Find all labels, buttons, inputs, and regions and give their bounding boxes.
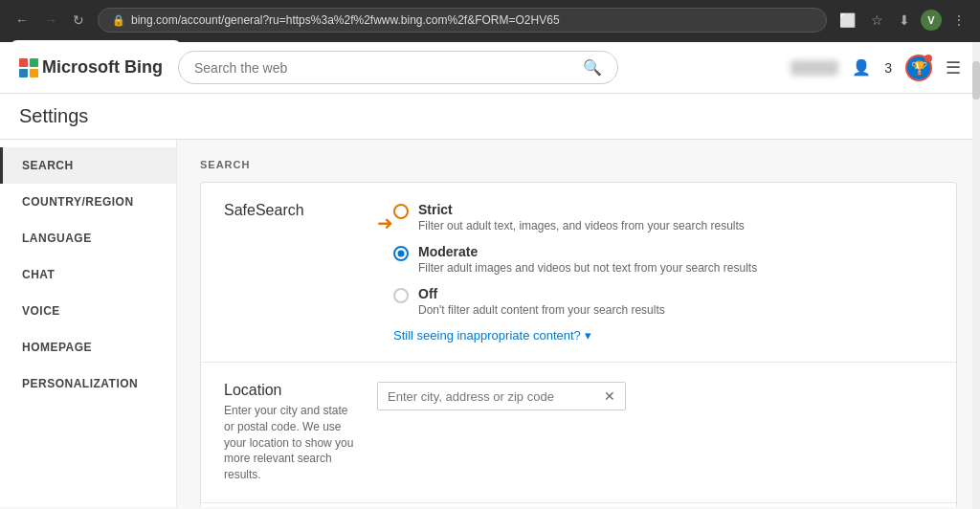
safesearch-strict-desc: Filter out adult text, images, and video… xyxy=(418,219,745,232)
scrollbar-thumb xyxy=(972,61,980,100)
settings-main: SEARCH SafeSearch ➜ xyxy=(177,140,980,507)
header-right: 👤 3 🏆 ☰ xyxy=(791,55,961,81)
browser-menu-button[interactable]: ⋮ xyxy=(947,9,970,32)
safesearch-off-label: Off xyxy=(418,286,665,301)
settings-sidebar: SEARCH COUNTRY/REGION LANGUAGE CHAT VOIC… xyxy=(0,140,177,507)
safesearch-strict-option[interactable]: Strict Filter out adult text, images, an… xyxy=(393,202,757,232)
location-clear-button[interactable]: ✕ xyxy=(604,388,615,404)
safesearch-moderate-radio[interactable] xyxy=(393,246,409,261)
sidebar-item-voice[interactable]: VOICE xyxy=(0,293,176,329)
sidebar-item-personalization[interactable]: PERSONALIZATION xyxy=(0,365,176,402)
page-scrollbar[interactable] xyxy=(972,42,980,509)
safesearch-control: Strict Filter out adult text, images, an… xyxy=(393,202,757,343)
inappropriate-content-link[interactable]: Still seeing inappropriate content? ▾ xyxy=(393,328,757,343)
location-label-col: Location Enter your city and state or po… xyxy=(224,382,358,483)
url-text: bing.com/account/general?ru=https%3a%2f%… xyxy=(131,13,813,27)
sidebar-item-language[interactable]: LANGUAGE xyxy=(0,220,176,256)
browser-avatar[interactable]: V xyxy=(921,10,942,31)
location-input[interactable] xyxy=(388,389,596,404)
safesearch-radio-group: Strict Filter out adult text, images, an… xyxy=(393,202,757,317)
address-bar[interactable]: 🔒 bing.com/account/general?ru=https%3a%2… xyxy=(98,8,827,33)
search-box[interactable]: 🔍 xyxy=(178,51,618,84)
search-icon[interactable]: 🔍 xyxy=(583,58,602,77)
inappropriate-content-link-row: Still seeing inappropriate content? ▾ xyxy=(393,328,757,343)
safesearch-label: SafeSearch xyxy=(224,202,304,218)
settings-title: Settings xyxy=(19,105,88,126)
bing-logo-text: Microsoft Bing xyxy=(42,57,163,77)
location-desc: Enter your city and state or postal code… xyxy=(224,403,358,483)
safesearch-off-desc: Don't filter adult content from your sea… xyxy=(418,303,665,317)
search-suggestions-row: Search suggestions See search suggestion… xyxy=(201,503,956,507)
chevron-down-icon: ▾ xyxy=(585,328,591,343)
download-button[interactable]: ⬇ xyxy=(894,9,915,32)
safesearch-moderate-option[interactable]: Moderate Filter adult images and videos … xyxy=(393,244,757,275)
location-control: ✕ xyxy=(377,382,933,410)
search-input[interactable] xyxy=(194,60,575,76)
user-name-blurred xyxy=(791,60,838,76)
hamburger-menu-button[interactable]: ☰ xyxy=(946,57,961,78)
refresh-button[interactable]: ↻ xyxy=(67,9,90,32)
safesearch-strict-radio[interactable] xyxy=(393,204,409,219)
safesearch-moderate-label: Moderate xyxy=(418,244,757,259)
arrow-indicator: ➜ xyxy=(377,211,393,234)
section-header-search: SEARCH xyxy=(200,159,957,170)
bookmark-button[interactable]: ☆ xyxy=(866,9,888,32)
sidebar-item-homepage[interactable]: HOMEPAGE xyxy=(0,329,176,365)
bing-logo-squares xyxy=(19,58,38,77)
location-row: Location Enter your city and state or po… xyxy=(201,363,956,503)
logo-sq-blue xyxy=(19,69,28,77)
safesearch-moderate-desc: Filter adult images and videos but not t… xyxy=(418,261,757,275)
logo-sq-green xyxy=(30,58,38,67)
back-button[interactable]: ← xyxy=(10,9,34,32)
settings-body: SEARCH COUNTRY/REGION LANGUAGE CHAT VOIC… xyxy=(0,140,980,507)
safesearch-strict-label: Strict xyxy=(418,202,745,217)
settings-card: SafeSearch ➜ xyxy=(200,182,957,507)
inappropriate-content-link-text: Still seeing inappropriate content? xyxy=(393,328,581,343)
safesearch-label-col: SafeSearch xyxy=(224,202,358,219)
safesearch-off-radio[interactable] xyxy=(393,288,409,303)
safesearch-row: SafeSearch ➜ xyxy=(201,183,956,363)
settings-header: Settings xyxy=(0,94,980,140)
settings-page: Settings SEARCH COUNTRY/REGION LANGUAGE … xyxy=(0,94,980,509)
logo-sq-red xyxy=(19,58,28,67)
sidebar-item-country-region[interactable]: COUNTRY/REGION xyxy=(0,184,176,220)
cast-button[interactable]: ⬜ xyxy=(835,9,860,32)
lock-icon: 🔒 xyxy=(112,14,125,27)
safesearch-off-option[interactable]: Off Don't filter adult content from your… xyxy=(393,286,757,317)
sidebar-item-chat[interactable]: CHAT xyxy=(0,256,176,293)
bing-logo: Microsoft Bing xyxy=(19,57,163,77)
reward-badge[interactable]: 🏆 xyxy=(905,55,932,81)
user-icon[interactable]: 👤 xyxy=(852,58,871,77)
bing-header: Microsoft Bing 🔍 👤 3 🏆 ☰ xyxy=(0,42,980,94)
forward-button[interactable]: → xyxy=(38,9,63,32)
sidebar-item-search[interactable]: SEARCH xyxy=(0,147,176,184)
location-input-wrap[interactable]: ✕ xyxy=(377,382,626,410)
reward-count: 3 xyxy=(884,60,892,76)
location-label: Location xyxy=(224,382,282,398)
logo-sq-yellow xyxy=(30,69,38,77)
